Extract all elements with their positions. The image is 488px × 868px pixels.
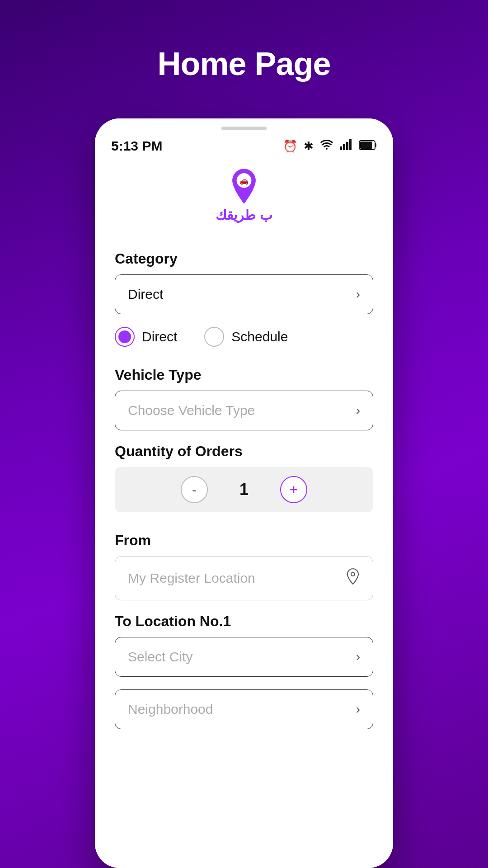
select-city-placeholder: Select City	[128, 649, 192, 665]
radio-direct-label: Direct	[142, 329, 177, 344]
neighborhood-dropdown[interactable]: Neighborhood ›	[115, 689, 373, 729]
phone-frame: 5:13 PM ⏰ ✱	[95, 118, 393, 868]
quantity-increase-button[interactable]: +	[280, 476, 307, 503]
status-bar: 5:13 PM ⏰ ✱	[95, 135, 393, 159]
radio-direct-circle	[115, 327, 135, 347]
from-placeholder: My Register Location	[128, 571, 255, 586]
vehicle-type-chevron-icon: ›	[356, 403, 360, 418]
wifi-icon	[320, 139, 333, 153]
alarm-icon: ⏰	[283, 139, 297, 153]
svg-rect-0	[340, 146, 342, 150]
svg-text:🚗: 🚗	[239, 176, 249, 185]
radio-schedule-label: Schedule	[231, 329, 288, 344]
svg-rect-6	[360, 142, 372, 149]
battery-icon	[359, 139, 377, 153]
content-area: Category Direct › Direct Schedule Vehicl…	[95, 234, 393, 868]
location-pin-icon	[346, 568, 360, 588]
status-icons: ⏰ ✱	[283, 139, 377, 153]
radio-direct-dot	[118, 330, 131, 343]
category-dropdown[interactable]: Direct ›	[115, 274, 373, 314]
vehicle-type-label: Vehicle Type	[115, 367, 373, 383]
category-value: Direct	[128, 287, 163, 302]
radio-direct[interactable]: Direct	[115, 327, 177, 347]
bluetooth-icon: ✱	[304, 139, 314, 153]
svg-rect-3	[349, 139, 352, 150]
app-logo-pin: 🚗	[228, 168, 260, 204]
phone-handle	[95, 118, 393, 135]
category-label: Category	[115, 250, 373, 267]
svg-point-9	[351, 572, 355, 576]
svg-rect-1	[343, 144, 345, 150]
quantity-label: Quantity of Orders	[115, 443, 373, 460]
booking-type-radio-group: Direct Schedule	[115, 327, 373, 347]
quantity-control: - 1 +	[115, 467, 373, 512]
page-title: Home Page	[157, 45, 330, 82]
neighborhood-placeholder: Neighborhood	[128, 702, 213, 717]
from-field[interactable]: My Register Location	[115, 556, 373, 600]
radio-schedule[interactable]: Schedule	[204, 327, 288, 347]
handle-bar	[221, 127, 267, 130]
app-logo-section: 🚗 ب طريقك	[95, 159, 393, 234]
quantity-value: 1	[235, 480, 253, 499]
quantity-decrease-button[interactable]: -	[181, 476, 208, 503]
radio-schedule-circle	[204, 327, 224, 347]
quantity-section: Quantity of Orders - 1 +	[115, 443, 373, 512]
category-chevron-icon: ›	[356, 287, 360, 302]
select-city-dropdown[interactable]: Select City ›	[115, 637, 373, 677]
to-location-label: To Location No.1	[115, 613, 373, 630]
vehicle-type-dropdown[interactable]: Choose Vehicle Type ›	[115, 391, 373, 430]
from-label: From	[115, 532, 373, 549]
svg-rect-2	[346, 142, 348, 150]
svg-rect-5	[375, 143, 376, 147]
select-city-chevron-icon: ›	[356, 650, 360, 664]
neighborhood-chevron-icon: ›	[356, 702, 360, 717]
app-name: ب طريقك	[216, 207, 272, 223]
vehicle-type-placeholder: Choose Vehicle Type	[128, 403, 255, 418]
plus-icon: +	[290, 481, 298, 498]
minus-icon: -	[192, 481, 197, 498]
signal-icon	[340, 139, 352, 153]
status-time: 5:13 PM	[111, 138, 162, 154]
